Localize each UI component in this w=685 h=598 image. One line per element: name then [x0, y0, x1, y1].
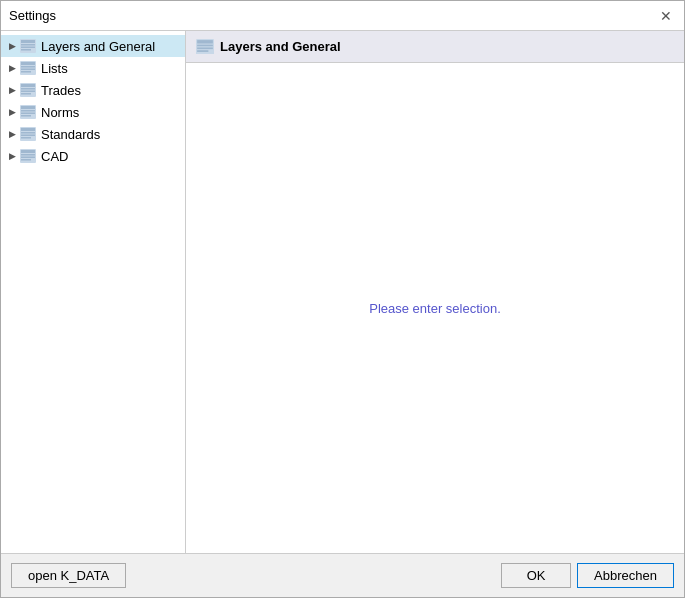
svg-rect-9 — [21, 71, 31, 73]
ok-button[interactable]: OK — [501, 563, 571, 588]
svg-rect-1 — [21, 40, 35, 43]
svg-rect-34 — [197, 50, 208, 52]
svg-rect-11 — [21, 84, 35, 87]
sidebar-item-label: CAD — [41, 149, 68, 164]
sidebar-item-cad[interactable]: ▶ CAD — [1, 145, 185, 167]
open-kdata-button[interactable]: open K_DATA — [11, 563, 126, 588]
list-icon — [19, 148, 37, 164]
footer-left: open K_DATA — [11, 563, 126, 588]
svg-rect-12 — [21, 88, 35, 90]
svg-rect-17 — [21, 110, 35, 112]
sidebar-item-standards[interactable]: ▶ Standards — [1, 123, 185, 145]
svg-rect-27 — [21, 154, 35, 156]
svg-rect-24 — [21, 137, 31, 139]
svg-rect-33 — [197, 47, 213, 49]
svg-rect-22 — [21, 132, 35, 134]
window-title: Settings — [9, 8, 56, 23]
svg-rect-16 — [21, 106, 35, 109]
svg-rect-26 — [21, 150, 35, 153]
svg-rect-32 — [197, 44, 213, 46]
title-bar: Settings ✕ — [1, 1, 684, 31]
chevron-right-icon: ▶ — [5, 129, 19, 139]
svg-rect-3 — [21, 47, 35, 49]
sidebar-item-norms[interactable]: ▶ Norms — [1, 101, 185, 123]
list-icon — [19, 38, 37, 54]
sidebar-item-lists[interactable]: ▶ Lists — [1, 57, 185, 79]
placeholder-text: Please enter selection. — [369, 301, 501, 316]
chevron-right-icon: ▶ — [5, 63, 19, 73]
sidebar-item-label: Layers and General — [41, 39, 155, 54]
svg-rect-14 — [21, 93, 31, 95]
sidebar-item-trades[interactable]: ▶ Trades — [1, 79, 185, 101]
settings-window: Settings ✕ ▶ Layers and General▶ Lists▶ … — [0, 0, 685, 598]
sidebar-item-label: Lists — [41, 61, 68, 76]
chevron-right-icon: ▶ — [5, 85, 19, 95]
svg-rect-31 — [197, 40, 213, 43]
footer-right: OK Abbrechen — [501, 563, 674, 588]
svg-rect-23 — [21, 135, 35, 137]
svg-rect-7 — [21, 66, 35, 68]
sidebar-item-layers-and-general[interactable]: ▶ Layers and General — [1, 35, 185, 57]
svg-rect-18 — [21, 113, 35, 115]
svg-rect-6 — [21, 62, 35, 65]
cancel-button[interactable]: Abbrechen — [577, 563, 674, 588]
sidebar-item-label: Trades — [41, 83, 81, 98]
content-area: ▶ Layers and General▶ Lists▶ Trades▶ Nor… — [1, 31, 684, 553]
header-icon — [196, 39, 214, 55]
main-header: Layers and General — [186, 31, 684, 63]
svg-rect-8 — [21, 69, 35, 71]
chevron-right-icon: ▶ — [5, 107, 19, 117]
close-button[interactable]: ✕ — [656, 9, 676, 23]
list-icon — [19, 60, 37, 76]
chevron-right-icon: ▶ — [5, 151, 19, 161]
svg-rect-19 — [21, 115, 31, 117]
sidebar-item-label: Standards — [41, 127, 100, 142]
footer: open K_DATA OK Abbrechen — [1, 553, 684, 597]
list-icon — [19, 126, 37, 142]
main-panel: Layers and General Please enter selectio… — [186, 31, 684, 553]
main-body: Please enter selection. — [186, 63, 684, 553]
svg-rect-29 — [21, 159, 31, 161]
list-icon — [19, 104, 37, 120]
sidebar-item-label: Norms — [41, 105, 79, 120]
svg-rect-28 — [21, 157, 35, 159]
svg-rect-4 — [21, 49, 31, 51]
main-header-title: Layers and General — [220, 39, 341, 54]
svg-rect-21 — [21, 128, 35, 131]
list-icon — [19, 82, 37, 98]
chevron-right-icon: ▶ — [5, 41, 19, 51]
svg-rect-13 — [21, 91, 35, 93]
sidebar: ▶ Layers and General▶ Lists▶ Trades▶ Nor… — [1, 31, 186, 553]
svg-rect-2 — [21, 44, 35, 46]
